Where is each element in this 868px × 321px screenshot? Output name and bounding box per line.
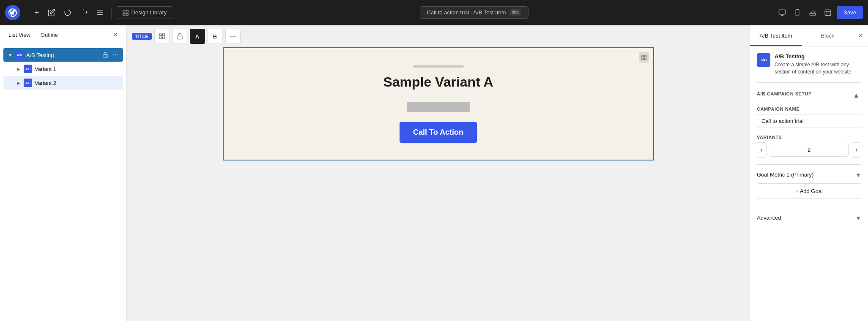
tab-list-view[interactable]: List View [5,29,34,41]
svg-rect-7 [825,10,831,16]
variant2-label: Variant 2 [35,80,120,86]
canvas-area: TITLE A B Sample Variant A [127,25,750,321]
redo-button[interactable] [77,6,90,19]
sidebar-close-button[interactable]: × [110,29,121,41]
svg-rect-6 [810,13,816,15]
topbar-divider [111,7,112,19]
svg-rect-2 [123,13,125,15]
layout-button[interactable] [821,6,834,19]
sidebar-left: List View Outline × ▼ A/B A/B Testing [0,25,127,321]
plugin-info: A/B Testing Create a simple A/B test wit… [775,53,861,76]
lock-button[interactable] [101,51,110,59]
add-goal-button[interactable]: + Add Goal [757,183,861,199]
plugin-header: A/B A/B Testing Create a simple A/B test… [757,53,861,76]
chevron-icon: ▶ [15,65,22,72]
svg-rect-3 [126,13,128,15]
chevron-icon: ▶ [15,79,22,86]
advanced-label: Advanced [757,215,781,221]
design-library-label: Design Library [131,9,167,16]
variant-a-button[interactable]: A [190,29,205,44]
variants-input[interactable] [770,143,849,157]
sidebar-right-header: A/B Test Item Block × [750,25,868,46]
tab-outline[interactable]: Outline [37,29,61,41]
right-content: A/B A/B Testing Create a simple A/B test… [750,46,868,321]
svg-rect-0 [123,10,125,12]
tab-ab-test-item[interactable]: A/B Test Item [750,27,802,46]
canvas-block: Sample Variant A Call To Action [223,47,654,160]
plugin-button[interactable] [806,6,819,19]
undo-button[interactable] [61,6,74,19]
variant-b-button[interactable]: B [208,29,223,44]
save-button[interactable]: Save [837,6,863,19]
variant2-icon: A/B [24,79,32,87]
lock-tool-button[interactable] [172,29,187,44]
edit-button[interactable] [45,6,58,19]
tab-block[interactable]: Block [802,27,853,45]
variants-next-button[interactable]: › [852,142,862,158]
chevron-icon: ▼ [7,52,14,58]
sidebar-right: A/B Test Item Block × A/B A/B Testing Cr… [750,25,868,321]
add-button[interactable]: + [24,6,42,19]
variants-label: Variants [757,135,861,140]
page-title: Call to action trial · A/B Test Item [427,9,506,16]
svg-rect-16 [177,36,182,39]
tree-item-variant2[interactable]: ▶ A/B Variant 2 [3,76,123,90]
shortcut-badge: ⌘K [509,9,521,16]
more-options-tool-button[interactable] [225,29,241,44]
svg-rect-13 [162,34,164,36]
more-options-button[interactable] [111,51,120,59]
topbar-center: Call to action trial · A/B Test Item ⌘K [175,6,772,19]
desc-line [407,102,470,112]
grid-icon[interactable] [639,52,649,63]
mobile-view-button[interactable] [791,6,804,19]
svg-point-10 [115,54,116,55]
advanced-section: Advanced ▼ [757,213,861,223]
goal-collapse-button[interactable]: ▼ [855,171,861,178]
divider3 [757,206,861,206]
ab-testing-icon: A/B [15,51,24,59]
svg-rect-21 [644,55,646,57]
campaign-setup-section: A/B Campaign Setup ▲ [757,90,861,101]
svg-point-17 [230,36,232,37]
svg-rect-15 [162,37,164,39]
ab-testing-label: A/B Testing [26,52,101,58]
tree-item-variant1[interactable]: ▶ A/B Variant 1 [3,62,123,76]
sidebar-header: List View Outline × [0,25,126,44]
topbar: + Design Library Call to action trial · … [0,0,868,25]
goal-header: Goal Metric 1 (Primary) ▼ [757,171,861,178]
campaign-setup-label: A/B Campaign Setup [757,91,812,96]
svg-rect-14 [159,37,162,39]
svg-rect-12 [159,34,162,36]
canvas-content: Sample Variant A Call To Action [127,47,750,321]
variant-title: Sample Variant A [383,74,493,90]
design-library-button[interactable]: Design Library [117,6,173,19]
svg-rect-8 [103,54,108,57]
variants-prev-button[interactable]: ‹ [757,142,767,158]
tree-actions [101,51,120,59]
campaign-name-label: CAMPAIGN NAME [757,106,861,112]
sidebar-right-close-button[interactable]: × [854,25,868,46]
variant1-label: Variant 1 [35,66,120,72]
variants-control: ‹ › [757,142,861,158]
plugin-title: A/B Testing [775,53,861,60]
menu-button[interactable] [93,6,106,19]
svg-rect-4 [779,10,786,14]
goal-metric-section: Goal Metric 1 (Primary) ▼ + Add Goal [757,171,861,199]
campaign-setup-collapse-button[interactable]: ▲ [851,90,861,101]
variants-field-group: Variants ‹ › [757,135,861,158]
tree-item-ab-testing[interactable]: ▼ A/B A/B Testing [3,48,123,62]
canvas-toolbar: TITLE A B [127,25,750,47]
page-title-pill[interactable]: Call to action trial · A/B Test Item ⌘K [420,6,528,19]
main-layout: List View Outline × ▼ A/B A/B Testing [0,25,868,321]
divider2 [757,164,861,165]
advanced-collapse-button[interactable]: ▼ [855,215,861,221]
wp-logo-icon[interactable] [5,5,20,20]
svg-rect-23 [644,58,646,60]
cta-button[interactable]: Call To Action [400,122,477,143]
svg-rect-22 [641,58,643,60]
plugin-desc: Create a simple A/B test with any sectio… [775,61,861,76]
block-title-badge: TITLE [132,33,152,40]
campaign-name-input[interactable] [757,114,861,128]
block-icon-button[interactable] [154,29,170,44]
desktop-view-button[interactable] [776,6,789,19]
